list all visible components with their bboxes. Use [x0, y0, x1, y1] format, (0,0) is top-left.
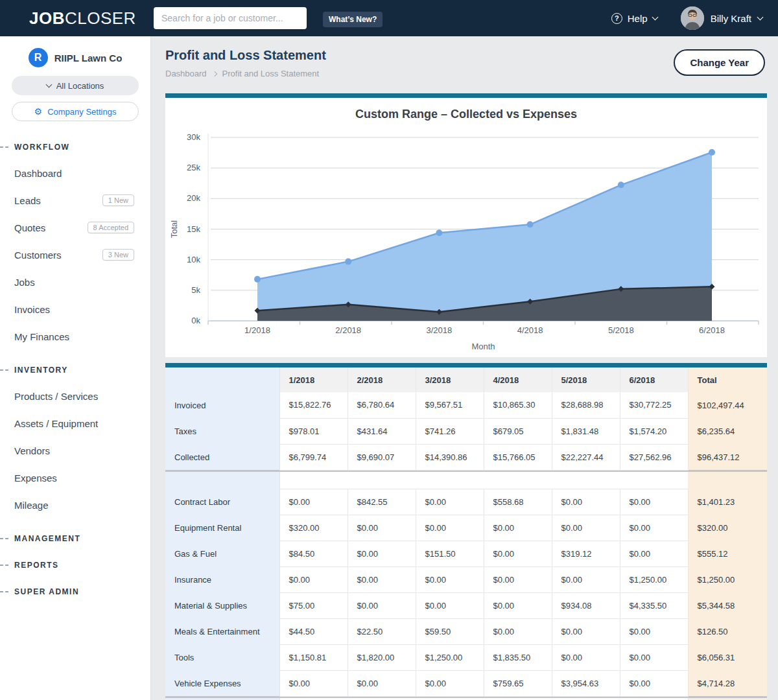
- row-label: Contract Labor: [165, 489, 279, 515]
- pl-chart: 0k5k10k15k20k25k30k1/20182/20183/20184/2…: [165, 128, 767, 355]
- sidebar-item-label: Leads: [14, 195, 41, 206]
- svg-text:4/2018: 4/2018: [517, 325, 543, 335]
- section-dash-icon: [0, 591, 8, 592]
- cell-value: $9,690.07: [348, 444, 416, 470]
- row-label: Vehicle Expenses: [165, 670, 279, 696]
- sidebar-item-label: Quotes: [14, 222, 45, 233]
- cell-value: $0.00: [620, 489, 688, 515]
- company-settings-button[interactable]: ⚙ Company Settings: [12, 102, 139, 121]
- chevron-down-icon: [652, 14, 658, 20]
- sidebar-item-invoices[interactable]: Invoices: [0, 296, 150, 323]
- sidebar-item-customers[interactable]: Customers3 New: [0, 241, 150, 268]
- section-label: INVENTORY: [14, 366, 68, 375]
- row-total: $320.00: [688, 515, 767, 541]
- logo-bold: JOB: [29, 8, 65, 28]
- user-menu[interactable]: Billy Kraft: [681, 6, 762, 30]
- sidebar-item-jobs[interactable]: Jobs: [0, 268, 150, 296]
- whats-new-button[interactable]: What’s New?: [323, 12, 383, 27]
- change-year-button[interactable]: Change Year: [674, 49, 765, 76]
- row-label: Taxes: [165, 418, 279, 444]
- cell-value: $0.00: [348, 670, 416, 696]
- row-total: $6,235.64: [688, 418, 767, 444]
- sidebar-item-my-finances[interactable]: My Finances: [0, 323, 150, 350]
- cell-value: $14,390.86: [416, 444, 484, 470]
- sidebar-item-quotes[interactable]: Quotes8 Accepted: [0, 214, 150, 241]
- cell-value: $0.00: [484, 515, 552, 541]
- cell-value: $0.00: [552, 644, 620, 670]
- table-row: Collected$6,799.74$9,690.07$14,390.86$15…: [165, 444, 767, 470]
- all-locations-dropdown[interactable]: All Locations: [12, 76, 139, 95]
- cell-value: $0.00: [484, 566, 552, 592]
- sidebar-item-label: Assets / Equipment: [14, 418, 98, 429]
- sidebar-item-expenses[interactable]: Expenses: [0, 464, 150, 491]
- sidebar-item-label: My Finances: [14, 331, 69, 342]
- sidebar-section-super-admin[interactable]: SUPER ADMIN: [0, 585, 150, 598]
- header-cell-2-2018: 2/2018: [348, 368, 416, 392]
- sidebar-item-label: Jobs: [14, 277, 35, 288]
- row-total: $555.12: [688, 541, 767, 566]
- header-cell-blank: [165, 368, 279, 392]
- table-row: Contract Labor$0.00$842.55$0.00$558.68$0…: [165, 489, 767, 515]
- sidebar-item-leads[interactable]: Leads1 New: [0, 187, 150, 214]
- cell-value: $0.00: [620, 644, 688, 670]
- search-input[interactable]: [154, 7, 307, 29]
- cell-value: $0.00: [348, 566, 416, 592]
- app-logo[interactable]: JOBCLOSER: [29, 8, 136, 29]
- breadcrumb-current: Profit and Loss Statement: [222, 69, 320, 78]
- sidebar-section-management[interactable]: MANAGEMENT: [0, 532, 150, 545]
- svg-text:3/2018: 3/2018: [427, 325, 453, 335]
- cell-value: $1,831.48: [552, 418, 620, 444]
- cell-value: $978.01: [279, 418, 348, 444]
- svg-text:2/2018: 2/2018: [335, 325, 361, 335]
- cell-value: $84.50: [279, 541, 348, 566]
- sidebar-section-inventory[interactable]: INVENTORY: [0, 364, 150, 377]
- breadcrumb-dashboard[interactable]: Dashboard: [165, 69, 207, 78]
- cell-value: $0.00: [620, 541, 688, 566]
- cell-value: $741.26: [416, 418, 484, 444]
- sidebar-item-dashboard[interactable]: Dashboard: [0, 159, 150, 187]
- sidebar-item-label: Expenses: [14, 472, 57, 484]
- cell-value: $44.50: [279, 618, 348, 644]
- row-total: $1,250.00: [688, 566, 767, 592]
- cell-value: $6,799.74: [279, 444, 348, 470]
- cell-value: $1,835.50: [484, 644, 552, 670]
- sidebar-section-reports[interactable]: REPORTS: [0, 559, 150, 572]
- help-menu[interactable]: ? Help: [611, 13, 657, 24]
- cell-value: $28,688.98: [552, 392, 620, 418]
- avatar[interactable]: [681, 6, 704, 30]
- cell-value: $151.50: [416, 541, 484, 566]
- status-badge: 1 New: [102, 194, 134, 206]
- header-cell-5-2018: 5/2018: [552, 368, 620, 392]
- cell-value: $842.55: [348, 489, 416, 515]
- svg-text:6/2018: 6/2018: [699, 325, 725, 335]
- header-cell-3-2018: 3/2018: [416, 368, 484, 392]
- cell-value: $0.00: [552, 515, 620, 541]
- sidebar-section-workflow[interactable]: WORKFLOW: [0, 141, 150, 154]
- sidebar-item-assets-equipment[interactable]: Assets / Equipment: [0, 410, 150, 437]
- table-row: Invoiced$15,822.76$6,780.64$9,567.51$10,…: [165, 392, 767, 418]
- cell-value: $0.00: [348, 541, 416, 566]
- svg-text:5k: 5k: [191, 285, 200, 295]
- table-row: Meals & Entertainment$44.50$22.50$59.50$…: [165, 618, 767, 644]
- sidebar-item-vendors[interactable]: Vendors: [0, 437, 150, 464]
- cell-value: $1,820.00: [348, 644, 416, 670]
- cell-value: $0.00: [484, 618, 552, 644]
- section-label: REPORTS: [14, 561, 59, 570]
- sidebar-item-products-services[interactable]: Products / Services: [0, 382, 150, 410]
- company-logo-icon: R: [29, 48, 48, 67]
- row-label: Collected: [165, 444, 279, 470]
- cell-value: $1,150.81: [279, 644, 348, 670]
- cell-value: $10,865.30: [484, 392, 552, 418]
- row-total: $4,714.28: [688, 670, 767, 696]
- help-icon: ?: [611, 13, 622, 24]
- user-name: Billy Kraft: [711, 13, 751, 24]
- cell-value: $0.00: [416, 566, 484, 592]
- sidebar-item-mileage[interactable]: Mileage: [0, 491, 150, 519]
- cell-value: $0.00: [416, 670, 484, 696]
- sidebar: R RIIPL Lawn Co All Locations ⚙ Company …: [0, 36, 151, 700]
- table-row: Material & Supplies$75.00$0.00$0.00$0.00…: [165, 592, 767, 618]
- cell-value: $15,766.05: [484, 444, 552, 470]
- cell-value: $0.00: [279, 566, 348, 592]
- cell-value: $0.00: [416, 592, 484, 618]
- company-header[interactable]: R RIIPL Lawn Co: [0, 47, 150, 69]
